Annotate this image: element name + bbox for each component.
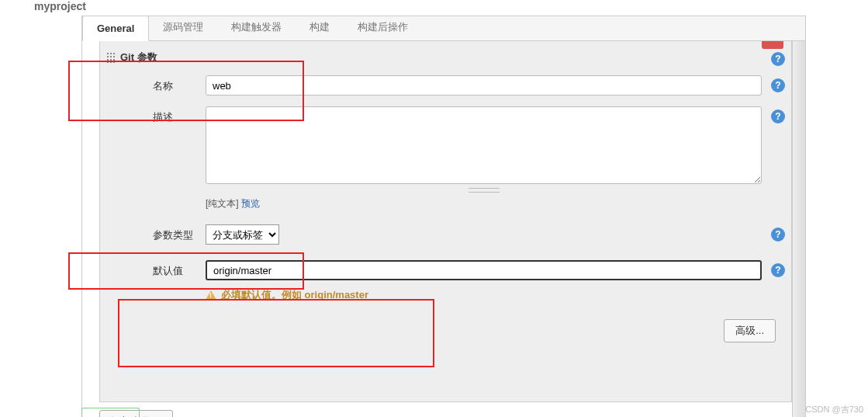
desc-textarea[interactable] [206,106,762,184]
name-input[interactable] [206,75,762,96]
plaintext-prefix: [纯文本] [206,198,241,209]
watermark: CSDN @吉730 [805,404,863,415]
delete-button[interactable] [762,41,783,49]
warning-text: 必填默认值。例如 origin/master [221,288,368,302]
content-area: Git 参数 ? 名称 ? 描述 [82,41,805,417]
scrollbar[interactable] [792,41,805,417]
default-warning: 必填默认值。例如 origin/master [206,288,762,302]
help-icon[interactable]: ? [771,263,785,277]
row-desc: 描述 [纯文本] 预览 ? [153,106,785,210]
drag-handle-icon[interactable] [106,52,116,63]
row-name: 名称 ? [153,75,785,96]
tab-triggers[interactable]: 构建触发器 [217,13,296,40]
label-default: 默认值 [153,260,202,278]
section-header: Git 参数 ? [106,46,785,75]
git-param-panel: Git 参数 ? 名称 ? 描述 [99,41,792,402]
label-param-type: 参数类型 [153,224,202,242]
section-title: Git 参数 [120,50,157,64]
tab-general[interactable]: General [82,16,149,41]
warning-icon [206,290,216,300]
label-desc: 描述 [153,106,202,124]
param-type-select[interactable]: 分支或标签 [206,224,279,245]
decorative-tab-stub [81,408,140,417]
row-default: 默认值 必填默认值。例如 origin/master ? [153,260,785,302]
preview-link[interactable]: 预览 [241,198,260,209]
config-panel: General 源码管理 构建触发器 构建 构建后操作 Git 参数 ? 名称 [81,16,806,417]
help-icon[interactable]: ? [771,228,785,242]
tab-postbuild[interactable]: 构建后操作 [344,13,422,40]
help-icon[interactable]: ? [771,78,785,92]
help-icon[interactable]: ? [771,109,785,123]
label-name: 名称 [153,75,202,93]
default-input[interactable] [206,260,762,280]
advanced-button[interactable]: 高级... [724,319,776,342]
tab-scm[interactable]: 源码管理 [149,13,217,40]
advanced-row: 高级... [153,313,785,342]
add-param-row: 添加参数 ▼ [99,410,805,417]
row-param-type: 参数类型 分支或标签 ? [153,224,785,245]
tabs-bar: General 源码管理 构建触发器 构建 构建后操作 [82,16,805,41]
desc-subtext: [纯文本] 预览 [206,197,762,210]
help-icon[interactable]: ? [771,52,785,66]
resize-grip[interactable] [469,188,500,193]
tab-build[interactable]: 构建 [296,13,344,40]
project-title: myproject [0,0,868,16]
